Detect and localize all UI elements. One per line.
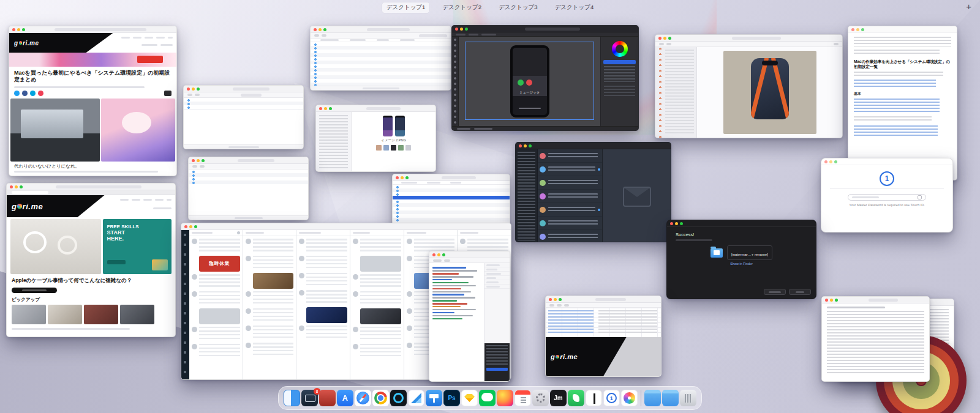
file-rows[interactable] <box>184 98 303 110</box>
side-list-pane[interactable] <box>484 263 510 381</box>
site-banner-image[interactable] <box>9 53 176 67</box>
dock-system-preferences-icon[interactable] <box>532 390 549 406</box>
window-mail[interactable] <box>515 142 671 242</box>
toolbar[interactable] <box>184 92 303 98</box>
dock-folder-downloads-icon[interactable] <box>662 390 679 406</box>
site-nav[interactable] <box>120 199 172 201</box>
editor-toolbar[interactable] <box>429 258 510 263</box>
dock-onepassword-icon[interactable]: 1 <box>603 390 620 406</box>
tab-bar[interactable] <box>7 190 175 195</box>
toolbar[interactable] <box>189 164 308 169</box>
cables-photo[interactable] <box>10 219 101 274</box>
space-desktop-4[interactable]: デスクトップ4 <box>551 2 598 13</box>
show-in-finder-link[interactable]: Show in Finder <box>676 262 807 266</box>
message-pane[interactable] <box>603 149 671 242</box>
status-bar <box>189 215 308 220</box>
article-headline[interactable]: Appleのケーブル事情って何でこんなに複雑なの？ <box>7 276 175 286</box>
thumbnail-strip[interactable] <box>376 145 411 151</box>
sidebar-list[interactable] <box>655 47 697 138</box>
document-body[interactable]: Macの作業効率を向上させる「システム環境設定」の初期設定一覧 基本 <box>848 33 957 140</box>
tools-panel[interactable] <box>452 37 459 126</box>
text-body[interactable] <box>822 303 929 376</box>
dock-folder-apps-icon[interactable] <box>644 390 661 406</box>
window-watermark-dialog[interactable]: Success! [watermar…+ rename] Show in Fin… <box>666 220 816 299</box>
selected-row[interactable] <box>393 196 510 199</box>
dock-photoshop-icon[interactable]: Ps <box>443 390 460 406</box>
article-headline[interactable]: Macを買ったら最初にやるべき「システム環境設定」の初期設定まとめ <box>9 67 176 84</box>
dock-reeder-icon[interactable] <box>319 390 336 406</box>
dock-sketch-icon[interactable] <box>461 390 478 406</box>
secondary-button[interactable] <box>764 289 786 295</box>
toolbar[interactable] <box>655 42 842 47</box>
window-finder-files-a[interactable] <box>183 85 304 149</box>
dock-affinity-photo-icon[interactable] <box>390 390 407 406</box>
master-password-input[interactable] <box>848 194 926 201</box>
macbook-photo <box>10 99 100 162</box>
dock-chrome-icon[interactable] <box>372 390 389 406</box>
dock-photos-icon[interactable] <box>621 390 638 406</box>
dock-firefox-icon[interactable] <box>497 390 513 406</box>
site-nav[interactable] <box>121 37 173 39</box>
tweet-column-2[interactable] <box>243 230 297 379</box>
gorime-site-header: gri.me <box>7 195 175 217</box>
window-safari-gorime-article[interactable]: gri.me Macを買ったら最初にやるべき「システム環境設定」の初期設定まとめ… <box>9 26 177 176</box>
dock-calendar-icon[interactable] <box>514 390 531 406</box>
gallery-preview[interactable]: イメージ 2.PNG <box>352 112 435 171</box>
tweet-column-4[interactable] <box>350 230 404 379</box>
file-rows[interactable] <box>189 169 308 185</box>
space-desktop-1[interactable]: デスクトップ1 <box>382 2 430 13</box>
add-space-button[interactable]: + <box>966 1 971 12</box>
read-more-button[interactable] <box>12 288 57 293</box>
options-bar[interactable] <box>452 32 638 37</box>
dock-trash-icon[interactable] <box>680 390 696 406</box>
window-code-editor[interactable] <box>429 251 510 382</box>
color-wheel[interactable] <box>612 41 628 57</box>
space-desktop-2[interactable]: デスクトップ2 <box>438 2 486 13</box>
dock-evernote-icon[interactable] <box>568 390 584 406</box>
ad-banner[interactable]: FREE SKILLS START HERE. <box>103 219 172 274</box>
panels[interactable] <box>600 37 638 126</box>
onepassword-logo: 1 <box>880 171 894 186</box>
gallery-sidebar[interactable] <box>316 112 352 171</box>
window-finder-gallery[interactable]: イメージ 2.PNG <box>315 105 436 172</box>
dock-jm-icon[interactable]: Jm <box>550 390 567 406</box>
file-rows[interactable] <box>311 42 451 86</box>
space-desktop-3[interactable]: デスクトップ3 <box>494 2 542 13</box>
preview-area[interactable] <box>697 47 842 138</box>
window-safari-gorime-cables[interactable]: gri.me FREE SKILLS START HERE. Appleのケーブ… <box>6 183 176 337</box>
tweet-column-3[interactable] <box>296 230 350 379</box>
dock-finder-icon[interactable] <box>284 390 300 406</box>
tweet-column-1[interactable]: 臨時休業 <box>189 230 243 379</box>
share-buttons[interactable] <box>9 88 176 99</box>
selected-layer[interactable] <box>603 60 636 64</box>
dock-affinity-designer-icon[interactable] <box>408 390 424 406</box>
canvas[interactable]: ミュージック <box>459 37 600 126</box>
dock-keynote-icon[interactable] <box>426 390 442 406</box>
window-onepassword[interactable]: 1 Your Master Password is required to us… <box>821 158 953 233</box>
window-finder-list[interactable] <box>310 26 451 91</box>
layers-list <box>604 66 635 82</box>
window-spreadsheet[interactable]: gri.me <box>545 296 662 377</box>
code-pane[interactable] <box>429 263 484 381</box>
dock-safari-icon[interactable] <box>355 390 371 406</box>
window-finder-files-b[interactable] <box>188 157 309 220</box>
finder-toolbar[interactable] <box>311 33 451 39</box>
window-photo-backpack[interactable] <box>655 34 843 138</box>
mailbox-sidebar[interactable] <box>516 149 538 242</box>
dialog-buttons[interactable] <box>764 289 811 295</box>
dock-writer-icon[interactable] <box>586 390 602 406</box>
tweetdeck-rail[interactable] <box>181 230 189 379</box>
dock-mail-icon[interactable]: 8 <box>301 390 318 406</box>
status-bar <box>184 144 303 149</box>
dock-appstore-icon[interactable]: A <box>337 390 353 406</box>
window-photo-editor[interactable]: ミュージック <box>451 25 639 131</box>
sheet-grid[interactable] <box>546 308 661 337</box>
pickup-thumbnails[interactable] <box>7 303 175 326</box>
message-list[interactable] <box>538 149 603 242</box>
titlebar <box>452 26 638 32</box>
toolbar[interactable] <box>546 303 661 308</box>
window-text-list-front[interactable] <box>821 296 930 382</box>
rename-pattern-box[interactable]: [watermar…+ rename] <box>727 245 772 260</box>
dock-line-icon[interactable] <box>479 390 496 406</box>
primary-button[interactable] <box>789 289 811 295</box>
